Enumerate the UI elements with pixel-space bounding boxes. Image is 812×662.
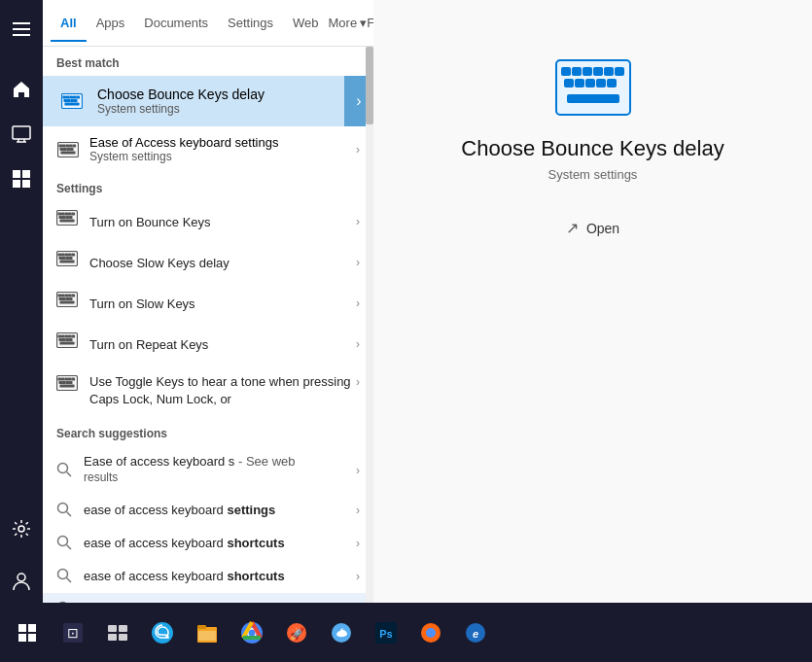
svg-rect-109 [586, 80, 594, 87]
ease-of-access-keyboard-settings-item[interactable]: Ease of Access keyboard settings System … [43, 126, 373, 172]
svg-rect-127 [198, 631, 216, 641]
right-panel-subtitle: System settings [548, 167, 638, 182]
toggle-keys-arrow: › [356, 375, 360, 389]
slow-keys-delay-arrow: › [356, 256, 360, 269]
taskbar-ie-icon[interactable]: e [455, 612, 496, 653]
start-button[interactable] [6, 611, 49, 654]
svg-rect-87 [66, 382, 69, 384]
svg-rect-16 [70, 96, 73, 98]
svg-rect-69 [58, 335, 61, 337]
keyboard-icon-repeat [56, 332, 80, 356]
svg-point-137 [426, 628, 436, 638]
tab-web[interactable]: Web [283, 4, 329, 42]
tabs-right: Feedback ··· [367, 15, 373, 32]
svg-rect-60 [65, 295, 68, 296]
svg-rect-43 [66, 217, 69, 219]
svg-rect-62 [72, 295, 75, 296]
taskbar-edge-icon[interactable] [142, 612, 183, 653]
svg-rect-48 [62, 254, 65, 256]
svg-rect-108 [576, 80, 583, 87]
taskbar-photoshop-icon[interactable]: Ps [366, 612, 406, 653]
scrollbar-track [366, 47, 373, 603]
svg-rect-26 [63, 145, 66, 147]
turn-on-slow-keys-item[interactable]: Turn on Slow Keys › [43, 283, 373, 324]
suggestion-item-3[interactable]: ease of access keyboard shortcuts › [43, 527, 373, 560]
svg-rect-80 [58, 378, 61, 380]
best-match-item[interactable]: Choose Bounce Keys delay System settings… [43, 76, 373, 126]
feedback-button[interactable]: Feedback [367, 16, 373, 30]
tab-apps[interactable]: Apps [87, 4, 135, 42]
scrollbar-thumb[interactable] [366, 47, 373, 124]
svg-rect-17 [74, 96, 77, 98]
suggestion-item-5[interactable]: Ease of access keyboard s › [43, 593, 373, 603]
choose-slow-keys-delay-item[interactable]: Choose Slow Keys delay › [43, 242, 373, 283]
tab-documents[interactable]: Documents [134, 4, 218, 42]
suggestion-4-arrow: › [356, 570, 360, 583]
svg-rect-115 [18, 634, 26, 642]
sidebar-user-icon[interactable] [0, 560, 43, 603]
svg-rect-50 [69, 254, 72, 256]
suggestion-item-4[interactable]: ease of access keyboard shortcuts › [43, 560, 373, 593]
svg-rect-37 [62, 213, 65, 215]
taskbar-chrome-icon[interactable] [231, 612, 272, 653]
svg-rect-28 [70, 145, 73, 147]
suggestion-2-arrow: › [356, 504, 360, 517]
svg-rect-27 [66, 145, 69, 147]
svg-rect-107 [565, 80, 573, 87]
sidebar-menu-icon[interactable] [0, 8, 43, 51]
sidebar-home-icon[interactable] [0, 68, 43, 111]
svg-rect-32 [67, 148, 70, 150]
svg-rect-52 [59, 258, 62, 260]
tab-more[interactable]: More ▾ [329, 16, 368, 30]
taskbar-explorer-icon[interactable] [187, 612, 228, 653]
svg-rect-18 [77, 96, 80, 98]
tab-all[interactable]: All [51, 4, 87, 42]
svg-rect-85 [59, 382, 62, 384]
search-panel: All Apps Documents Settings Web More ▾ F… [43, 0, 373, 603]
svg-rect-67 [60, 301, 74, 303]
svg-rect-25 [59, 145, 62, 147]
svg-rect-45 [60, 220, 74, 222]
svg-point-92 [58, 503, 68, 512]
suggestion-item-1[interactable]: Ease of access keyboard s - See web resu… [43, 446, 373, 493]
svg-rect-59 [62, 295, 65, 296]
taskbar-task-view-icon[interactable] [97, 612, 138, 653]
svg-line-91 [67, 471, 72, 476]
svg-rect-72 [69, 335, 72, 337]
suggestion-item-2[interactable]: ease of access keyboard settings › [43, 494, 373, 527]
sidebar-apps-icon[interactable] [0, 157, 43, 200]
repeat-keys-arrow: › [356, 337, 360, 351]
svg-rect-47 [58, 254, 61, 256]
open-button[interactable]: ↗ Open [552, 211, 633, 245]
turn-on-repeat-keys-item[interactable]: Turn on Repeat Keys › [43, 324, 373, 365]
svg-line-95 [67, 544, 72, 549]
svg-rect-33 [71, 148, 74, 150]
taskbar-rocket-icon[interactable]: 🚀 [276, 612, 317, 653]
svg-rect-41 [59, 217, 62, 219]
svg-point-130 [249, 629, 256, 636]
svg-rect-84 [72, 378, 75, 380]
keyboard-icon-toggle [56, 375, 80, 399]
keyboard-icon-slow [56, 292, 80, 315]
svg-point-90 [58, 463, 68, 472]
svg-rect-1 [13, 28, 30, 30]
use-toggle-keys-item[interactable]: Use Toggle Keys to hear a tone when pres… [43, 365, 373, 417]
tab-settings[interactable]: Settings [218, 4, 283, 42]
open-icon: ↗ [566, 219, 579, 237]
taskbar-search-icon[interactable]: ⊡ [53, 612, 93, 653]
svg-rect-23 [65, 103, 79, 105]
results-area: Best match Choose Bou [43, 47, 373, 603]
sidebar-monitor-icon[interactable] [0, 113, 43, 156]
sidebar-settings-icon[interactable] [0, 507, 43, 550]
svg-rect-34 [61, 152, 75, 154]
svg-rect-51 [72, 254, 75, 256]
turn-on-bounce-keys-item[interactable]: Turn on Bounce Keys › [43, 201, 373, 242]
svg-point-94 [58, 536, 68, 545]
svg-rect-122 [119, 634, 127, 641]
svg-point-96 [58, 569, 68, 578]
svg-rect-71 [65, 335, 68, 337]
taskbar-firefox-icon[interactable] [410, 612, 451, 653]
keyboard-icon-ease [56, 138, 80, 161]
svg-rect-61 [69, 295, 72, 296]
taskbar-bird-icon[interactable] [321, 612, 362, 653]
